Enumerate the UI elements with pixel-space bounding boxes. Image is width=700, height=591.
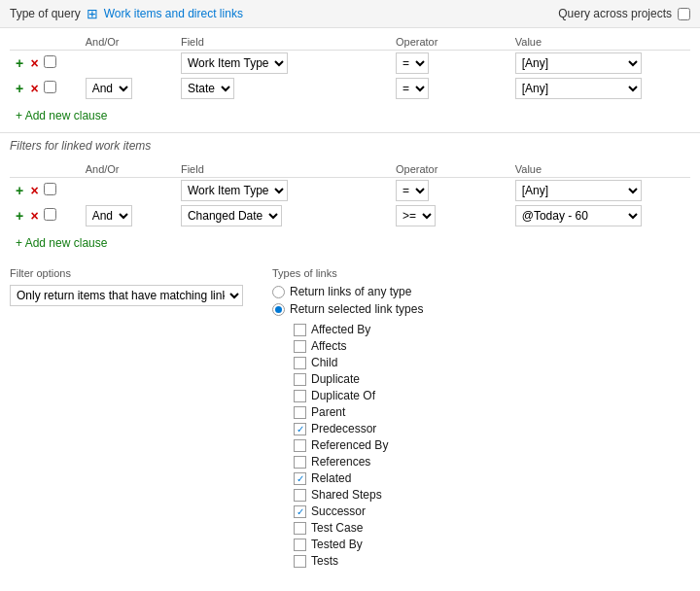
operator-select[interactable]: = (396, 52, 429, 74)
checkbox[interactable] (294, 324, 306, 336)
checkbox-label: Duplicate (311, 372, 360, 386)
field-select[interactable]: Work Item Type (181, 52, 288, 74)
query-type-container: Type of query ⊞ Work items and direct li… (10, 6, 243, 21)
radio-button[interactable] (272, 303, 285, 316)
linked-row-checkbox[interactable] (44, 208, 56, 221)
linked-field-select[interactable]: Work Item Type (181, 180, 288, 201)
link-type-checkbox-item[interactable]: Shared Steps (294, 487, 423, 503)
query-type-label: Type of query (10, 7, 81, 20)
filter-options-label: Filter options (10, 267, 253, 279)
linked-col-header-field: Field (177, 161, 392, 178)
remove-row-button[interactable]: × (29, 55, 41, 71)
checkbox[interactable] (294, 406, 306, 419)
link-type-radio-item[interactable]: Return selected link types (272, 301, 423, 317)
linked-row-checkbox[interactable] (44, 183, 56, 195)
linked-query-section: And/Or Field Operator Value + × Work Ite… (0, 156, 700, 260)
top-add-clause[interactable]: + Add new clause (10, 105, 690, 126)
linked-value-select[interactable]: @Today - 60 (515, 205, 642, 226)
checkbox[interactable] (294, 357, 306, 369)
radio-label: Return selected link types (290, 302, 423, 316)
checkbox[interactable] (294, 390, 306, 402)
filter-options-select[interactable]: Only return items that have matching lin… (10, 285, 243, 306)
value-select[interactable]: [Any] (515, 78, 642, 99)
checkbox[interactable] (294, 456, 306, 469)
link-type-checkbox-item[interactable]: Tested By (294, 537, 423, 552)
linked-andor-select[interactable]: And (86, 205, 132, 226)
operator-select[interactable]: = (396, 78, 429, 99)
checkbox-label: Shared Steps (311, 488, 382, 502)
linked-add-row-button[interactable]: + (14, 183, 25, 198)
checkbox-group: Affected ByAffectsChildDuplicateDuplicat… (272, 322, 423, 569)
checkbox-label: Tests (311, 554, 338, 568)
link-type-checkbox-item[interactable]: Successor (294, 504, 423, 519)
filter-section: Filter options Only return items that ha… (0, 260, 700, 576)
field-select[interactable]: State (181, 78, 234, 99)
checkbox[interactable] (294, 423, 306, 435)
table-row: + × And Changed Date >= @Today - 60 (10, 203, 690, 228)
remove-row-button[interactable]: × (29, 81, 41, 96)
link-type-checkbox-item[interactable]: Parent (294, 404, 423, 420)
top-query-section: And/Or Field Operator Value + × Work Ite… (0, 28, 700, 132)
query-across-checkbox[interactable] (678, 8, 690, 20)
row-checkbox[interactable] (44, 81, 56, 93)
checkbox-label: Test Case (311, 521, 363, 535)
types-of-links-col: Types of links Return links of any typeR… (272, 267, 423, 569)
link-type-checkbox-item[interactable]: Affected By (294, 322, 423, 337)
checkbox[interactable] (294, 340, 306, 353)
checkbox-label: Tested By (311, 538, 363, 551)
value-select[interactable]: [Any] (515, 52, 642, 74)
linked-operator-select[interactable]: >= (396, 205, 436, 226)
radio-group: Return links of any typeReturn selected … (272, 284, 423, 317)
linked-remove-row-button[interactable]: × (29, 183, 41, 198)
link-type-checkbox-item[interactable]: Duplicate Of (294, 388, 423, 403)
checkbox-label: Affects (311, 339, 346, 353)
linked-add-row-button[interactable]: + (14, 208, 25, 224)
linked-remove-row-button[interactable]: × (29, 208, 41, 224)
checkbox-label: References (311, 455, 370, 469)
checkbox-label: Duplicate Of (311, 389, 375, 402)
link-type-checkbox-item[interactable]: References (294, 454, 423, 469)
col-header-value: Value (511, 34, 690, 51)
linked-col-header-andor: And/Or (82, 161, 177, 178)
top-bar: Type of query ⊞ Work items and direct li… (0, 0, 700, 28)
table-row: + × And State = [Any] (10, 76, 690, 101)
linked-add-clause[interactable]: + Add new clause (10, 232, 690, 254)
linked-operator-select[interactable]: = (396, 180, 429, 201)
filter-options-col: Filter options Only return items that ha… (10, 267, 253, 569)
link-type-checkbox-item[interactable]: Child (294, 355, 423, 370)
link-type-radio-item[interactable]: Return links of any type (272, 284, 423, 299)
checkbox[interactable] (294, 489, 306, 502)
link-type-checkbox-item[interactable]: Referenced By (294, 437, 423, 453)
checkbox[interactable] (294, 439, 306, 452)
link-type-checkbox-item[interactable]: Predecessor (294, 421, 423, 436)
checkbox[interactable] (294, 373, 306, 386)
checkbox[interactable] (294, 472, 306, 485)
checkbox[interactable] (294, 522, 306, 535)
linked-value-select[interactable]: [Any] (515, 180, 642, 201)
query-across-container: Query across projects (558, 7, 690, 20)
andor-select[interactable]: And (86, 78, 132, 99)
checkbox-label: Child (311, 356, 337, 369)
top-query-table: And/Or Field Operator Value + × Work Ite… (10, 34, 690, 101)
row-checkbox[interactable] (44, 55, 56, 68)
linked-field-select[interactable]: Changed Date (181, 205, 282, 226)
link-type-checkbox-item[interactable]: Tests (294, 553, 423, 569)
link-type-checkbox-item[interactable]: Test Case (294, 520, 423, 536)
query-type-value[interactable]: Work items and direct links (104, 7, 243, 20)
top-add-clause-text: + Add new clause (16, 109, 107, 122)
add-row-button[interactable]: + (14, 55, 25, 71)
link-type-checkbox-item[interactable]: Affects (294, 338, 423, 354)
table-row: + × Work Item Type = [Any] (10, 178, 690, 204)
radio-button[interactable] (272, 286, 285, 298)
checkbox[interactable] (294, 505, 306, 518)
add-row-button[interactable]: + (14, 81, 25, 96)
checkbox[interactable] (294, 539, 306, 551)
link-type-checkbox-item[interactable]: Duplicate (294, 371, 423, 387)
linked-add-clause-text: + Add new clause (16, 236, 107, 250)
checkbox-label: Related (311, 471, 351, 485)
checkbox[interactable] (294, 555, 306, 568)
link-type-checkbox-item[interactable]: Related (294, 470, 423, 486)
linked-col-header-operator: Operator (392, 161, 511, 178)
checkbox-label: Referenced By (311, 438, 388, 452)
table-row: + × Work Item Type = [Any] (10, 51, 690, 77)
